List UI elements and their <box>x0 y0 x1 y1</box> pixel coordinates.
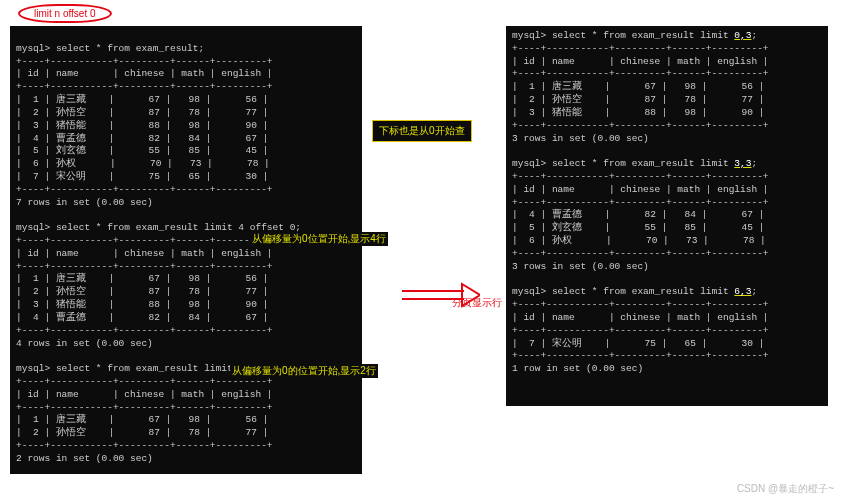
annotation-offset0-show2: 从偏移量为0的位置开始,显示2行 <box>230 364 378 378</box>
svg-marker-2 <box>462 284 480 306</box>
terminal-left: mysql> select * from exam_result; +----+… <box>10 26 362 474</box>
arrow-right-icon <box>400 282 480 308</box>
title-badge: limit n offset 0 <box>18 4 112 23</box>
terminal-right: mysql> select * from exam_result limit 0… <box>506 26 828 406</box>
annotation-offset0-show4: 从偏移量为0位置开始,显示4行 <box>250 232 388 246</box>
annotation-index-start-zero: 下标也是从0开始查 <box>372 120 472 142</box>
watermark: CSDN @暴走的橙子~ <box>737 482 834 496</box>
